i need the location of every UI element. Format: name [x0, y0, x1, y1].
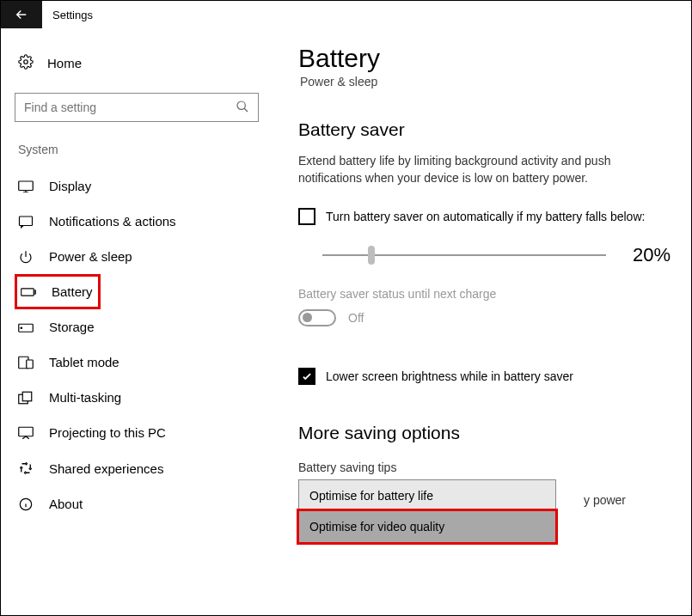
nav-home-label: Home	[47, 56, 82, 70]
check-icon	[301, 370, 313, 382]
sidebar: Home System Display Notifications & acti…	[1, 28, 276, 615]
arrow-left-icon	[14, 7, 29, 22]
svg-rect-3	[20, 217, 33, 226]
search-input[interactable]	[15, 93, 259, 122]
svg-rect-2	[19, 181, 34, 191]
sidebar-item-label: Battery	[52, 284, 93, 299]
page-title: Battery	[298, 44, 671, 73]
dropdown-option-video-quality[interactable]: Optimise for video quality	[297, 509, 558, 545]
sidebar-item-tablet-mode[interactable]: Tablet mode	[15, 345, 238, 380]
multitasking-icon	[18, 391, 34, 405]
sidebar-category: System	[18, 143, 276, 156]
svg-point-1	[237, 101, 245, 109]
sidebar-item-about[interactable]: About	[15, 486, 238, 521]
window-title: Settings	[52, 9, 93, 21]
svg-rect-9	[27, 360, 34, 369]
shared-icon	[18, 460, 34, 476]
svg-rect-4	[21, 288, 34, 295]
nav-home[interactable]: Home	[15, 46, 276, 81]
sidebar-item-multitasking[interactable]: Multi-tasking	[15, 380, 238, 415]
dropdown-option-battery-life[interactable]: Optimise for battery life	[299, 480, 555, 511]
section-more-saving-title: More saving options	[298, 423, 671, 443]
sidebar-item-label: Display	[49, 179, 91, 193]
lower-brightness-checkbox[interactable]	[298, 368, 315, 385]
sidebar-item-notifications[interactable]: Notifications & actions	[15, 204, 238, 239]
sidebar-item-projecting[interactable]: Projecting to this PC	[15, 415, 238, 450]
sidebar-item-label: Projecting to this PC	[49, 425, 166, 440]
battery-icon	[21, 287, 36, 297]
sidebar-item-battery[interactable]: Battery	[15, 274, 101, 309]
sidebar-item-label: Storage	[49, 320, 95, 334]
svg-rect-12	[19, 427, 34, 436]
sidebar-item-shared-experiences[interactable]: Shared experiences	[15, 450, 238, 486]
sidebar-item-label: Notifications & actions	[49, 214, 176, 229]
display-icon	[18, 180, 34, 192]
sidebar-item-label: Multi-tasking	[49, 390, 121, 405]
auto-battery-saver-label: Turn battery saver on automatically if m…	[326, 210, 645, 223]
battery-saver-toggle-state: Off	[348, 311, 364, 325]
slider-thumb[interactable]	[368, 246, 375, 265]
toggle-knob	[303, 313, 312, 322]
sidebar-item-label: Tablet mode	[49, 355, 119, 369]
sidebar-item-power-sleep[interactable]: Power & sleep	[15, 239, 238, 274]
sidebar-item-display[interactable]: Display	[15, 168, 238, 204]
battery-saving-tips-link[interactable]: Battery saving tips	[298, 460, 671, 474]
video-optimise-dropdown[interactable]: Optimise for battery life Optimise for v…	[298, 479, 556, 543]
back-button[interactable]	[1, 1, 42, 28]
power-icon	[18, 250, 34, 264]
storage-icon	[18, 321, 34, 333]
info-icon	[18, 497, 34, 511]
notifications-icon	[18, 215, 34, 229]
sidebar-item-label: Shared experiences	[49, 461, 163, 476]
tablet-icon	[18, 356, 34, 369]
auto-battery-saver-checkbox[interactable]	[298, 208, 315, 225]
search-field[interactable]	[24, 101, 236, 114]
battery-threshold-slider[interactable]	[322, 254, 606, 256]
sidebar-item-storage[interactable]: Storage	[15, 309, 238, 345]
obscured-text: y power	[584, 493, 626, 507]
gear-icon	[18, 54, 34, 72]
breadcrumb: Power & sleep	[300, 75, 671, 88]
search-icon	[236, 100, 249, 116]
battery-threshold-value: 20%	[633, 244, 671, 266]
content-pane: Battery Power & sleep Battery saver Exte…	[276, 28, 691, 615]
battery-saver-description: Extend battery life by limiting backgrou…	[298, 152, 659, 187]
svg-point-0	[24, 60, 28, 64]
svg-rect-11	[22, 392, 32, 401]
svg-point-7	[21, 327, 22, 329]
status-until-charge-label: Battery saver status until next charge	[298, 287, 671, 301]
battery-saver-toggle[interactable]	[298, 309, 336, 326]
section-battery-saver-title: Battery saver	[298, 119, 671, 140]
projecting-icon	[18, 426, 34, 440]
sidebar-item-label: About	[49, 497, 83, 511]
lower-brightness-label: Lower screen brightness while in battery…	[326, 369, 573, 383]
svg-rect-5	[34, 290, 35, 293]
sidebar-item-label: Power & sleep	[49, 249, 132, 264]
